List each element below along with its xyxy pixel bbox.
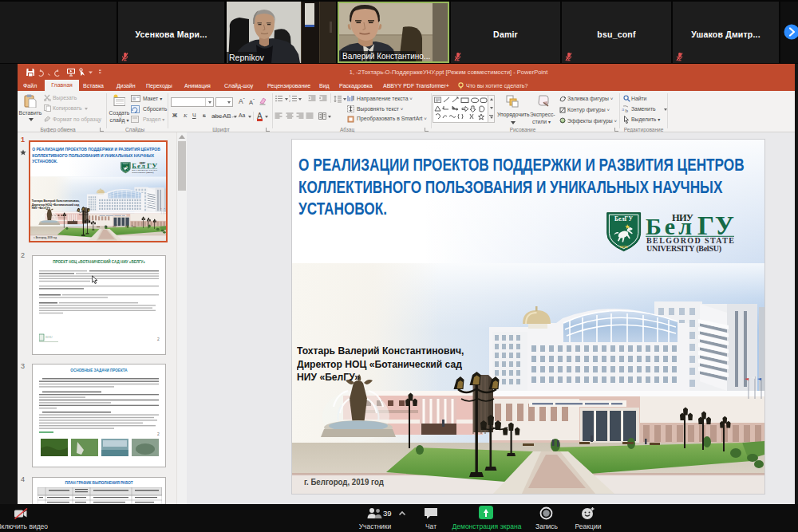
svg-text:UNIVERSITY (BelSU): UNIVERSITY (BelSU) bbox=[646, 244, 721, 254]
svg-text:2: 2 bbox=[289, 100, 290, 103]
svg-text:Валерий Константино...: Валерий Константино... bbox=[342, 52, 430, 61]
svg-text:НИУ: НИУ bbox=[140, 162, 146, 165]
svg-text:БелГУ: БелГУ bbox=[614, 215, 633, 223]
svg-text:BSU: BSU bbox=[45, 335, 53, 339]
svg-text:UNIVERSITY (BelSU): UNIVERSITY (BelSU) bbox=[132, 171, 154, 174]
svg-text:a: a bbox=[622, 106, 625, 112]
svg-text:1876: 1876 bbox=[620, 245, 629, 249]
svg-text:2: 2 bbox=[157, 432, 160, 436]
svg-text:Repnikov: Repnikov bbox=[229, 53, 265, 62]
svg-text:БелГУ: БелГУ bbox=[123, 163, 128, 164]
svg-text:1: 1 bbox=[289, 95, 290, 98]
svg-text:НИУ: НИУ bbox=[672, 212, 693, 223]
svg-text:b: b bbox=[626, 108, 629, 113]
svg-text:1876: 1876 bbox=[124, 171, 127, 172]
svg-text:2: 2 bbox=[157, 337, 160, 341]
